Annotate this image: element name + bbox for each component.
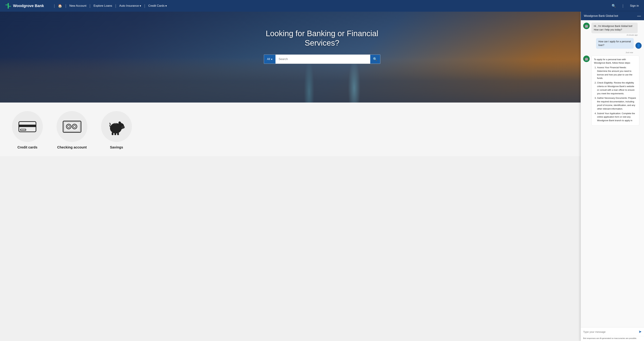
list-item-3: Gather Necessary Documents: Prepare the … [597, 96, 637, 111]
svg-point-9 [72, 124, 77, 129]
search-button[interactable]: 🔍 [370, 55, 380, 64]
divider-1: | [65, 4, 66, 8]
user-message-time: Just now [583, 52, 642, 54]
user-message-text-1: How can I apply for a personal loan? [598, 40, 631, 47]
svg-rect-19 [117, 133, 119, 135]
chatbot-header: Woodgrove Bank Global bot — [581, 12, 644, 20]
search-bar: All ▾ 🔍 [264, 55, 380, 64]
navbar: Woodgrove Bank | 🏠 | New Account | Explo… [0, 0, 644, 12]
checking-account-icon [62, 120, 82, 133]
bot-message-time-1: A minute ago [592, 34, 638, 36]
credit-cards-icon-circle [12, 111, 43, 142]
svg-rect-20 [114, 123, 117, 124]
bot-icon-2: 🤖 [584, 57, 588, 61]
bot-message-2: 🤖 To apply for a personal loan with Wood… [583, 56, 642, 126]
credit-cards-chevron: ▾ [165, 4, 167, 8]
card-item-checking[interactable]: Checking account [55, 111, 89, 149]
user-bubble-1: How can I apply for a personal loan? [596, 38, 634, 49]
bot-message-1: 🤖 Hi , I'm Woodgrove Bank Global bot! Ho… [583, 23, 642, 36]
svg-point-10 [73, 125, 76, 128]
svg-rect-18 [114, 133, 116, 135]
bot-bubble-content-1: Hi , I'm Woodgrove Bank Global bot! How … [592, 23, 638, 33]
brand-name: Woodgrove Bank [13, 4, 44, 8]
list-item-1: Assess Your Financial Needs: Determine t… [597, 66, 637, 80]
bot-bubble-2: To apply for a personal loan with Woodgr… [592, 56, 639, 126]
piggy-bank-icon [108, 118, 125, 135]
nav-links: | 🏠 | New Account | Explore Loans | Auto… [51, 3, 612, 9]
category-chevron: ▾ [271, 58, 272, 61]
svg-point-15 [121, 126, 125, 129]
bot-message-intro: To apply for a personal loan with Woodgr… [594, 58, 637, 65]
chatbot-messages: 🤖 Hi , I'm Woodgrove Bank Global bot! Ho… [581, 20, 644, 156]
user-avatar: 👤 [636, 43, 642, 49]
svg-rect-2 [9, 6, 11, 7]
hero-title: Looking for Banking or Financial Service… [0, 29, 644, 48]
svg-point-7 [66, 124, 71, 129]
savings-icon-circle [101, 111, 132, 142]
divider-2: | [90, 4, 90, 8]
svg-rect-1 [6, 5, 8, 5]
signin-link[interactable]: Sign in [630, 4, 639, 8]
svg-point-8 [68, 125, 70, 128]
search-input[interactable] [276, 55, 370, 64]
bot-message-list: Assess Your Financial Needs: Determine t… [594, 66, 637, 122]
nav-explore-loans[interactable]: Explore Loans [94, 4, 112, 8]
home-icon: 🏠 [58, 4, 62, 8]
divider-3: | [115, 4, 116, 8]
auto-insurance-chevron: ▾ [140, 4, 141, 8]
nav-home[interactable]: 🏠 [58, 3, 62, 9]
checking-icon-circle [56, 111, 87, 142]
savings-label: Savings [110, 145, 123, 149]
bot-avatar: 🤖 [583, 23, 590, 29]
svg-rect-5 [20, 129, 26, 130]
credit-cards-label: Credit cards [18, 145, 38, 149]
chatbot-panel: Woodgrove Bank Global bot — 🤖 Hi , I'm W… [580, 12, 644, 156]
user-message-1: How can I apply for a personal loan? 👤 [583, 38, 642, 49]
svg-rect-4 [19, 125, 36, 127]
card-item-credit-cards[interactable]: Credit cards [10, 111, 44, 149]
nav-actions: 🔍 | Sign in [612, 4, 639, 8]
cards-section: Credit cards Checking account [0, 103, 644, 156]
card-item-savings[interactable]: Savings [99, 111, 134, 149]
list-item-4: Submit Your Application: Complete the on… [597, 112, 637, 122]
bot-avatar-2: 🤖 [583, 56, 590, 62]
search-icon[interactable]: 🔍 [612, 4, 616, 8]
bot-icon: 🤖 [584, 24, 588, 28]
svg-rect-0 [8, 3, 9, 9]
list-item-2: Check Eligibility: Review the eligibilit… [597, 81, 637, 95]
hero-section: Looking for Banking or Financial Service… [0, 12, 644, 103]
svg-rect-17 [112, 132, 114, 135]
nav-new-account[interactable]: New Account [70, 4, 86, 8]
divider-0: | [54, 4, 55, 8]
divider-5: | [622, 4, 624, 8]
chatbot-title: Woodgrove Bank Global bot [584, 15, 618, 18]
checking-label: Checking account [57, 145, 87, 149]
divider-4: | [144, 4, 145, 8]
brand-logo [5, 3, 11, 9]
user-icon: 👤 [636, 44, 641, 48]
search-button-icon: 🔍 [373, 57, 377, 61]
bot-bubble-1: Hi , I'm Woodgrove Bank Global bot! How … [592, 23, 638, 36]
credit-card-icon [18, 120, 37, 133]
nav-auto-insurance[interactable]: Auto Insurance ▾ [119, 4, 141, 9]
bot-message-text-1: Hi , I'm Woodgrove Bank Global bot! How … [594, 24, 635, 32]
brand-logo-area[interactable]: Woodgrove Bank [5, 3, 44, 9]
nav-credit-cards[interactable]: Credit Cards ▾ [148, 4, 167, 9]
chatbot-minimize-button[interactable]: — [637, 14, 641, 18]
search-category-button[interactable]: All ▾ [264, 55, 276, 64]
hero-content: Looking for Banking or Financial Service… [0, 12, 644, 64]
